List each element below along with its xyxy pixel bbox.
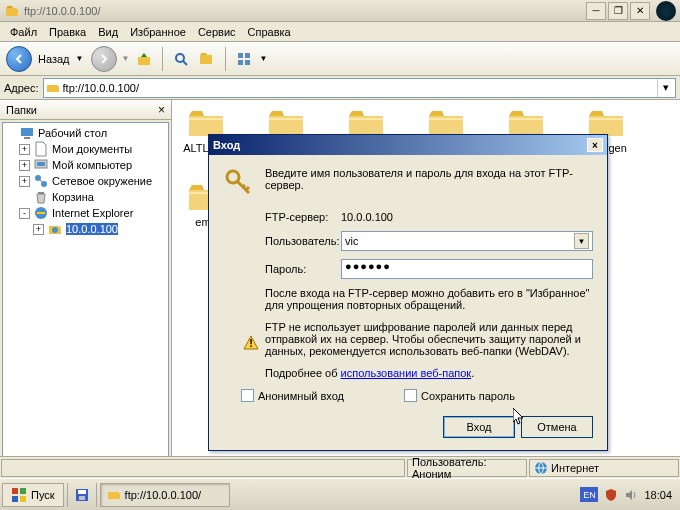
dialog-intro: Введите имя пользователя и пароль для вх…: [265, 167, 593, 191]
expand-icon[interactable]: +: [19, 160, 30, 171]
views-dropdown-icon[interactable]: ▼: [259, 54, 267, 63]
desktop-icon: [19, 125, 35, 141]
save-password-checkbox[interactable]: Сохранить пароль: [404, 389, 515, 402]
address-icon: [46, 81, 60, 95]
svg-rect-1: [238, 53, 243, 58]
svg-rect-17: [12, 488, 18, 494]
sidebar-title: Папки: [6, 104, 37, 116]
server-label: FTP-сервер:: [265, 211, 341, 223]
svg-rect-11: [38, 192, 44, 194]
svg-rect-2: [245, 53, 250, 58]
user-input[interactable]: [345, 235, 574, 247]
start-icon: [11, 487, 27, 503]
back-dropdown-icon[interactable]: ▼: [76, 54, 84, 63]
svg-text:!: !: [249, 337, 253, 349]
language-indicator[interactable]: EN: [580, 487, 598, 502]
anonymous-checkbox[interactable]: Анонимный вход: [241, 389, 344, 402]
svg-point-0: [176, 54, 184, 62]
taskbar-item[interactable]: ftp://10.0.0.100/: [100, 483, 230, 507]
expand-icon[interactable]: +: [33, 224, 44, 235]
tree-label: Мои документы: [52, 143, 132, 155]
start-button[interactable]: Пуск: [2, 483, 64, 507]
sidebar-close-icon[interactable]: ×: [158, 103, 165, 117]
recycle-icon: [33, 189, 49, 205]
menu-view[interactable]: Вид: [92, 24, 124, 40]
branding-orb-icon: [656, 1, 676, 21]
tree-label: Рабочий стол: [38, 127, 107, 139]
status-zone: Интернет: [529, 459, 679, 477]
password-input[interactable]: [345, 260, 589, 272]
back-label[interactable]: Назад: [38, 53, 70, 65]
tree-item-6[interactable]: +10.0.0.100: [5, 221, 166, 237]
tree-item-2[interactable]: +Мой компьютер: [5, 157, 166, 173]
svg-rect-19: [12, 496, 18, 502]
svg-point-13: [52, 227, 58, 233]
address-input[interactable]: [63, 82, 657, 94]
address-dropdown-icon[interactable]: ▾: [657, 79, 673, 97]
clock[interactable]: 18:04: [644, 489, 672, 501]
ftp-icon: [47, 221, 63, 237]
menu-service[interactable]: Сервис: [192, 24, 242, 40]
quicklaunch-save-icon[interactable]: [71, 484, 93, 506]
docs-icon: [33, 141, 49, 157]
folder-tree: Рабочий стол+Мои документы+Мой компьютер…: [2, 122, 169, 476]
address-label: Адрес:: [4, 82, 39, 94]
views-button[interactable]: [233, 48, 255, 70]
menu-edit[interactable]: Правка: [43, 24, 92, 40]
ie-icon: [4, 3, 20, 19]
window-title: ftp://10.0.0.100/: [24, 5, 584, 17]
svg-rect-3: [238, 60, 243, 65]
warning-icon: !: [243, 335, 259, 351]
svg-rect-8: [37, 162, 45, 166]
tray-shield-icon[interactable]: [604, 488, 618, 502]
tree-item-0[interactable]: Рабочий стол: [5, 125, 166, 141]
user-dropdown-icon[interactable]: ▼: [574, 233, 589, 249]
svg-rect-22: [78, 490, 86, 494]
menu-help[interactable]: Справка: [242, 24, 297, 40]
expand-icon[interactable]: +: [19, 144, 30, 155]
menu-file[interactable]: Файл: [4, 24, 43, 40]
network-icon: [33, 173, 49, 189]
dialog-note1: После входа на FTP-сервер можно добавить…: [223, 287, 593, 311]
svg-rect-23: [79, 496, 85, 500]
more-label: Подробнее об: [265, 367, 341, 379]
menu-favorites[interactable]: Избранное: [124, 24, 192, 40]
minimize-button[interactable]: ─: [586, 2, 606, 20]
svg-rect-4: [245, 60, 250, 65]
folders-button[interactable]: [196, 48, 218, 70]
tree-item-3[interactable]: +Сетевое окружение: [5, 173, 166, 189]
keys-icon: [223, 167, 255, 199]
login-dialog: Вход × Введите имя пользователя и пароль…: [208, 134, 608, 451]
tree-label: Internet Explorer: [52, 207, 133, 219]
login-button[interactable]: Вход: [443, 416, 515, 438]
expand-icon[interactable]: +: [19, 176, 30, 187]
expand-icon[interactable]: -: [19, 208, 30, 219]
maximize-button[interactable]: ❐: [608, 2, 628, 20]
status-user: Пользователь: Аноним: [407, 459, 527, 477]
tree-label: Корзина: [52, 191, 94, 203]
dialog-note2: FTP не использует шифрование паролей или…: [265, 321, 593, 357]
tree-item-4[interactable]: Корзина: [5, 189, 166, 205]
server-value: 10.0.0.100: [341, 211, 593, 223]
status-main: [1, 459, 405, 477]
forward-dropdown-icon[interactable]: ▼: [121, 54, 129, 63]
svg-rect-18: [20, 488, 26, 494]
webdav-link[interactable]: использовании веб-папок: [341, 367, 472, 379]
back-button[interactable]: [6, 46, 32, 72]
password-label: Пароль:: [265, 263, 341, 275]
tree-item-1[interactable]: +Мои документы: [5, 141, 166, 157]
tree-item-5[interactable]: -Internet Explorer: [5, 205, 166, 221]
globe-icon: [534, 461, 548, 475]
ie-icon: [33, 205, 49, 221]
user-label: Пользователь:: [265, 235, 341, 247]
dialog-close-icon[interactable]: ×: [587, 138, 603, 152]
forward-button: [91, 46, 117, 72]
dialog-title: Вход: [213, 139, 240, 151]
cancel-button[interactable]: Отмена: [521, 416, 593, 438]
search-button[interactable]: [170, 48, 192, 70]
up-button[interactable]: [133, 48, 155, 70]
svg-rect-6: [24, 137, 30, 139]
tray-volume-icon[interactable]: [624, 488, 638, 502]
close-button[interactable]: ✕: [630, 2, 650, 20]
computer-icon: [33, 157, 49, 173]
